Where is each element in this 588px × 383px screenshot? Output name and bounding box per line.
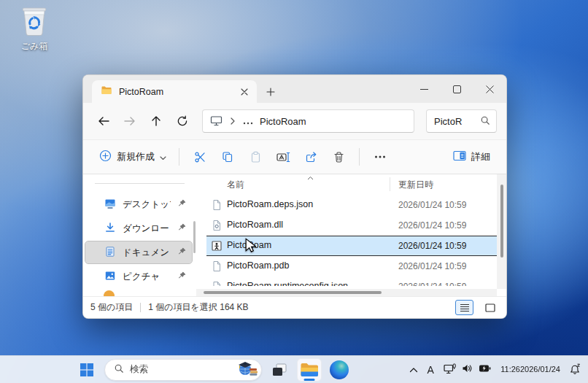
file-row[interactable]: PictoRoam.deps.json 2026/01/24 10:59 — [206, 195, 497, 215]
cut-button[interactable] — [186, 144, 214, 169]
system-tray: A 11:26 2026/01/24 — [406, 356, 585, 383]
up-button[interactable] — [145, 110, 167, 132]
pin-icon — [177, 223, 186, 234]
sidebar-scrollbar[interactable] — [193, 221, 196, 253]
network-icon — [444, 363, 456, 376]
taskbar-search[interactable]: 検索 — [104, 359, 262, 381]
sidebar-item-desktop[interactable]: デスクトップ — [85, 193, 192, 215]
selection-info: 1 個の項目を選択 164 KB — [148, 301, 248, 314]
file-row[interactable]: PictoRoam.dll 2026/01/24 10:59 — [206, 215, 497, 236]
more-options-button[interactable] — [366, 144, 394, 169]
file-modified: 2026/01/24 10:59 — [398, 200, 466, 210]
task-view-button[interactable] — [267, 358, 292, 382]
file-modified: 2026/01/24 10:59 — [398, 241, 466, 251]
pin-icon — [177, 199, 186, 210]
taskbar-clock[interactable]: 11:26 2026/01/24 — [496, 359, 565, 381]
details-view-button[interactable] — [455, 300, 473, 315]
horizontal-scrollbar-thumb[interactable] — [204, 291, 382, 294]
pictures-icon — [104, 270, 116, 284]
path-ellipsis-icon[interactable] — [243, 116, 253, 127]
paste-button[interactable] — [241, 144, 269, 169]
sidebar-item-downloads[interactable]: ダウンロード — [85, 217, 192, 239]
close-button[interactable] — [473, 75, 506, 103]
delete-button[interactable] — [325, 144, 352, 169]
sidebar-item-label: ドキュメント — [123, 247, 171, 259]
pin-icon — [177, 271, 186, 282]
quick-settings[interactable] — [439, 359, 495, 381]
new-tab-button[interactable] — [263, 84, 279, 100]
toolbar-separator — [359, 148, 360, 166]
column-separator[interactable] — [390, 177, 390, 191]
file-row[interactable]: PictoRoam.runtimeconfig.json 2026/01/24 … — [206, 276, 497, 286]
recycle-bin-shortcut[interactable]: ごみ箱 — [12, 4, 57, 53]
details-pane-icon — [453, 150, 466, 163]
document-icon — [211, 260, 223, 274]
tab-pictoroam[interactable]: PictoRoam — [92, 80, 257, 103]
minimize-button[interactable] — [408, 75, 441, 103]
file-name: PictoRoam.deps.json — [227, 199, 313, 209]
details-pane-button[interactable]: 詳細 — [447, 147, 496, 167]
file-name: PictoRoam.dll — [227, 220, 283, 230]
explorer-body: デスクトップ ダウンロード ドキュメント — [83, 174, 506, 296]
vertical-scrollbar-thumb[interactable] — [500, 185, 503, 258]
item-count: 5 個の項目 — [90, 301, 133, 314]
file-explorer-button[interactable] — [297, 358, 322, 382]
column-header-name[interactable]: 名前 — [227, 179, 244, 191]
sidebar-item-label: デスクトップ — [123, 198, 171, 211]
search-icon — [114, 363, 124, 376]
edge-button[interactable] — [327, 358, 352, 382]
horizontal-scrollbar[interactable] — [196, 289, 497, 296]
sidebar-divider — [95, 183, 185, 184]
file-name: PictoRoam.runtimeconfig.json — [227, 281, 348, 286]
sidebar-item-label: ピクチャ — [123, 271, 171, 283]
copy-button[interactable] — [214, 144, 241, 169]
application-icon — [211, 240, 223, 254]
search-highlight-image[interactable] — [235, 360, 258, 379]
sidebar-item-documents[interactable]: ドキュメント — [85, 241, 192, 263]
this-pc-icon[interactable] — [210, 115, 223, 128]
document-icon — [211, 281, 223, 286]
sidebar-item-label: ダウンロード — [123, 223, 171, 235]
address-bar[interactable]: PictoRoam — [202, 109, 414, 133]
document-icon — [211, 199, 223, 213]
sort-ascending-icon — [307, 172, 314, 182]
clock-time: 11:26 — [500, 364, 520, 374]
tab-close-button[interactable] — [236, 84, 252, 100]
share-button[interactable] — [297, 144, 325, 169]
vertical-scrollbar[interactable] — [497, 174, 506, 289]
recycle-bin-label: ごみ箱 — [21, 40, 48, 53]
recycle-bin-icon — [20, 4, 49, 39]
command-toolbar: 新規作成 — [83, 139, 506, 174]
new-item-button[interactable]: 新規作成 — [93, 146, 172, 168]
file-name: PictoRoam.pdb — [227, 260, 289, 271]
file-modified: 2026/01/24 10:59 — [398, 220, 466, 231]
status-bar: 5 個の項目 1 個の項目を選択 164 KB — [83, 296, 506, 318]
sidebar-item-pictures[interactable]: ピクチャ — [85, 266, 192, 287]
notification-bell-icon[interactable] — [565, 359, 585, 381]
taskbar: 検索 — [0, 355, 588, 383]
downloads-icon — [104, 222, 116, 236]
back-button[interactable] — [93, 110, 115, 132]
tab-title: PictoRoam — [119, 87, 236, 97]
start-button[interactable] — [74, 358, 99, 382]
ime-indicator[interactable]: A — [422, 359, 438, 381]
large-icons-view-button[interactable] — [481, 300, 499, 315]
search-icon[interactable] — [480, 115, 490, 128]
sidebar-item-music-clipped[interactable] — [104, 290, 115, 296]
new-item-label: 新規作成 — [117, 150, 155, 163]
edge-icon — [330, 360, 349, 379]
tray-chevron-up-icon[interactable] — [406, 359, 422, 381]
taskbar-search-placeholder: 検索 — [130, 363, 229, 376]
rename-button[interactable] — [269, 144, 297, 169]
file-row[interactable]: PictoRoam.pdb 2026/01/24 10:59 — [206, 256, 497, 276]
refresh-button[interactable] — [171, 110, 193, 132]
file-modified: 2026/01/24 10:59 — [398, 282, 466, 286]
explorer-window: PictoRoam — [82, 74, 507, 319]
maximize-button[interactable] — [441, 75, 473, 103]
taskbar-center: 検索 — [74, 356, 352, 383]
pin-icon — [177, 247, 186, 258]
search-input[interactable]: PictoR — [434, 116, 476, 127]
column-header-modified[interactable]: 更新日時 — [398, 179, 433, 191]
forward-button[interactable] — [119, 110, 141, 132]
search-box[interactable]: PictoR — [426, 109, 497, 133]
